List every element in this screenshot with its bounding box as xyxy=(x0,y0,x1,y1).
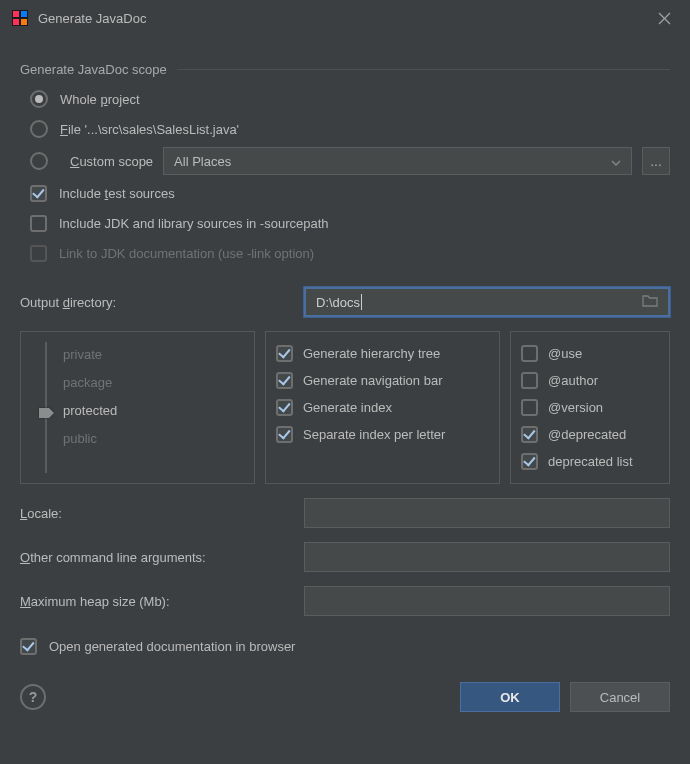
radio-custom-scope[interactable] xyxy=(30,152,48,170)
checkbox-label: deprecated list xyxy=(548,454,633,469)
checkbox-icon xyxy=(276,345,293,362)
checkbox-icon xyxy=(521,345,538,362)
checkbox-icon xyxy=(20,638,37,655)
output-directory-label: Output directory: xyxy=(20,295,290,310)
checkbox-label: @version xyxy=(548,400,603,415)
checkbox-icon xyxy=(521,426,538,443)
scope-section-header: Generate JavaDoc scope xyxy=(20,62,670,77)
checkbox-icon xyxy=(521,453,538,470)
checkbox-icon xyxy=(30,185,47,202)
checkbox-icon xyxy=(276,399,293,416)
svg-rect-4 xyxy=(21,19,27,25)
folder-icon[interactable] xyxy=(642,294,658,310)
radio-icon xyxy=(30,90,48,108)
visibility-private[interactable]: private xyxy=(63,340,244,368)
visibility-protected[interactable]: protected xyxy=(63,396,244,424)
checkbox-icon xyxy=(521,399,538,416)
title-bar: Generate JavaDoc xyxy=(0,0,690,36)
visibility-public[interactable]: public xyxy=(63,424,244,452)
check-link-jdk: Link to JDK documentation (use -link opt… xyxy=(30,241,670,265)
checkbox-label: Generate hierarchy tree xyxy=(303,346,440,361)
radio-icon xyxy=(30,120,48,138)
checkbox-label: Generate index xyxy=(303,400,392,415)
dropdown-value: All Places xyxy=(174,154,231,169)
checkbox-icon xyxy=(30,215,47,232)
check-navbar[interactable]: Generate navigation bar xyxy=(276,367,489,394)
radio-whole-project[interactable]: Whole project xyxy=(30,87,670,111)
check-include-test[interactable]: Include test sources xyxy=(30,181,670,205)
cancel-button[interactable]: Cancel xyxy=(570,682,670,712)
checkbox-label: Link to JDK documentation (use -link opt… xyxy=(59,246,314,261)
radio-label: File '...\src\sales\SalesList.java' xyxy=(60,122,239,137)
check-index[interactable]: Generate index xyxy=(276,394,489,421)
visibility-package[interactable]: package xyxy=(63,368,244,396)
checkbox-label: Open generated documentation in browser xyxy=(49,639,295,654)
svg-rect-3 xyxy=(13,19,19,25)
check-separate-index[interactable]: Separate index per letter xyxy=(276,421,489,448)
window-title: Generate JavaDoc xyxy=(38,11,146,26)
chevron-down-icon xyxy=(611,154,621,169)
visibility-slider-panel[interactable]: private package protected public xyxy=(20,331,255,484)
slider-handle-icon[interactable] xyxy=(37,406,55,420)
check-author[interactable]: @author xyxy=(521,367,659,394)
radio-file[interactable]: File '...\src\sales\SalesList.java' xyxy=(30,117,670,141)
checkbox-icon xyxy=(30,245,47,262)
check-version[interactable]: @version xyxy=(521,394,659,421)
checkbox-icon xyxy=(276,372,293,389)
ok-button[interactable]: OK xyxy=(460,682,560,712)
check-deprecated[interactable]: @deprecated xyxy=(521,421,659,448)
check-use[interactable]: @use xyxy=(521,340,659,367)
heap-size-input[interactable] xyxy=(304,586,670,616)
check-deprecated-list[interactable]: deprecated list xyxy=(521,448,659,475)
tag-options-panel: @use @author @version @deprecated deprec… xyxy=(510,331,670,484)
locale-input[interactable] xyxy=(304,498,670,528)
heap-size-label: Maximum heap size (Mb): xyxy=(20,594,290,609)
check-include-jdk[interactable]: Include JDK and library sources in -sour… xyxy=(30,211,670,235)
checkbox-icon xyxy=(521,372,538,389)
radio-label: Whole project xyxy=(60,92,140,107)
check-open-browser[interactable]: Open generated documentation in browser xyxy=(20,634,670,658)
radio-label: Custom scope xyxy=(70,154,153,169)
app-icon xyxy=(12,10,28,26)
other-args-input[interactable] xyxy=(304,542,670,572)
checkbox-label: @use xyxy=(548,346,582,361)
help-button[interactable]: ? xyxy=(20,684,46,710)
generate-options-panel: Generate hierarchy tree Generate navigat… xyxy=(265,331,500,484)
checkbox-icon xyxy=(276,426,293,443)
scope-header-label: Generate JavaDoc scope xyxy=(20,62,167,77)
custom-scope-dropdown[interactable]: All Places xyxy=(163,147,632,175)
browse-scope-button[interactable]: ... xyxy=(642,147,670,175)
svg-rect-1 xyxy=(13,11,19,17)
output-value: D:\docs xyxy=(316,295,360,310)
close-icon[interactable] xyxy=(650,4,678,32)
checkbox-label: Include test sources xyxy=(59,186,175,201)
checkbox-label: @deprecated xyxy=(548,427,626,442)
checkbox-label: Include JDK and library sources in -sour… xyxy=(59,216,329,231)
locale-label: Locale: xyxy=(20,506,290,521)
output-directory-input[interactable]: D:\docs xyxy=(304,287,670,317)
checkbox-label: Generate navigation bar xyxy=(303,373,442,388)
other-args-label: Other command line arguments: xyxy=(20,550,290,565)
checkbox-label: @author xyxy=(548,373,598,388)
checkbox-label: Separate index per letter xyxy=(303,427,445,442)
check-hierarchy[interactable]: Generate hierarchy tree xyxy=(276,340,489,367)
svg-rect-2 xyxy=(21,11,27,17)
